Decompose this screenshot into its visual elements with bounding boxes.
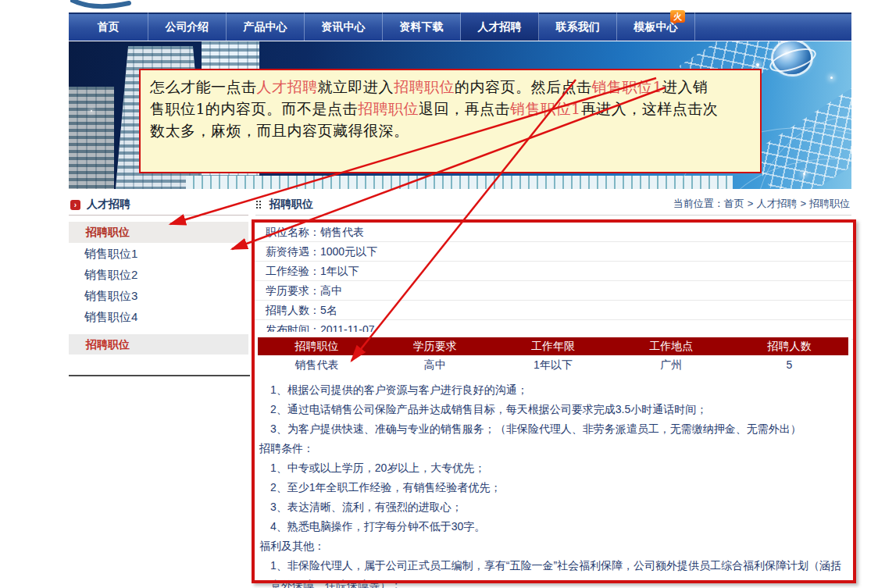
globe-icon <box>773 41 811 74</box>
annotation-text: 退回，再点击 <box>419 100 510 117</box>
description-line: 3、表达清晰、流利，有强烈的进取心； <box>258 497 845 517</box>
annotation-highlight: 招聘职位 <box>358 100 419 117</box>
annotation-text: 的内容页。然后点击 <box>455 78 592 95</box>
nav-item-首页[interactable]: 首页 <box>69 12 148 41</box>
table-header-cell: 学历要求 <box>376 337 494 355</box>
page: 首页公司介绍产品中心资讯中心资料下载人才招聘联系我们模板中心火 怎么才能一点击人… <box>0 0 878 588</box>
nav-item-联系我们[interactable]: 联系我们 <box>539 12 617 41</box>
sidebar-header: › 人才招聘 <box>70 195 130 214</box>
overlay-divider <box>69 375 250 376</box>
logo-swoosh-icon <box>70 0 141 11</box>
detail-row-招聘人数: 招聘人数：5名 <box>255 301 853 320</box>
annotation-text: 售职位1的内容页。而不是点击 <box>150 100 358 117</box>
annotation-text: 怎么才能一点击 <box>150 78 257 95</box>
dotted-arrow-icon <box>255 200 262 210</box>
table-header-cell: 工作地点 <box>612 337 730 355</box>
annotation-text: 数太多，麻烦，而且内容页藏得很深。 <box>150 122 409 139</box>
annotation-text: 进入销 <box>662 78 708 95</box>
sidebar-item-招聘职位[interactable]: 招聘职位 <box>69 222 248 243</box>
annotation-highlight: 招聘职位 <box>394 78 455 95</box>
table-header-cell: 招聘人数 <box>730 337 848 355</box>
sidebar-item-销售职位2[interactable]: 销售职位2 <box>69 264 248 285</box>
description-line: 2、至少1年全职工作经验，有销售经验者优先； <box>258 478 845 497</box>
annotation-text: 再进入，这样点击次 <box>581 100 719 117</box>
red-arrow-square-icon: › <box>70 200 80 210</box>
nav-item-资料下载[interactable]: 资料下载 <box>383 12 461 41</box>
breadcrumb-separator: > <box>800 198 806 209</box>
job-details: 职位名称：销售代表薪资待遇：1000元以下工作经验：1年以下学历要求：高中招聘人… <box>255 223 853 340</box>
sidebar-title: 人才招聘 <box>87 198 130 212</box>
annotation-text: 就立即进入 <box>318 78 394 95</box>
annotation-line: 售职位1的内容页。而不是点击招聘职位退回，再点击销售职位1再进入，这样点击次 <box>150 98 752 119</box>
description-line: 3、为客户提供快速、准确与专业的销售服务；（非保险代理人、非劳务派遣员工，无需缴… <box>258 419 845 439</box>
description-line: 4、熟悉电脑操作，打字每分钟不低于30字。 <box>258 517 845 536</box>
job-description: 1、根据公司提供的客户资源与客户进行良好的沟通；2、通过电话销售公司保险产品并达… <box>258 380 845 588</box>
detail-row-工作经验: 工作经验：1年以下 <box>255 262 853 281</box>
sidebar-item-销售职位3[interactable]: 销售职位3 <box>69 285 248 306</box>
breadcrumb-separator: > <box>748 198 754 209</box>
annotation-line: 数太多，麻烦，而且内容页藏得很深。 <box>150 119 752 141</box>
description-line: 招聘条件： <box>258 439 845 458</box>
detail-row-薪资待遇: 薪资待遇：1000元以下 <box>255 242 853 262</box>
hot-badge: 火 <box>670 10 685 23</box>
nav-item-人才招聘[interactable]: 人才招聘 <box>461 12 539 41</box>
table-cell: 销售代表 <box>258 355 376 375</box>
star-sparkle-icon <box>803 173 805 175</box>
annotation-highlight: 销售职位1 <box>510 100 581 117</box>
sidebar-menu: 招聘职位销售职位1销售职位2销售职位3销售职位4 <box>69 222 248 327</box>
annotation-line: 怎么才能一点击人才招聘就立即进入招聘职位的内容页。然后点击销售职位1进入销 <box>150 76 752 98</box>
top-navigation: 首页公司介绍产品中心资讯中心资料下载人才招聘联系我们模板中心火 <box>69 12 851 41</box>
sidebar-item-销售职位1[interactable]: 销售职位1 <box>69 243 248 264</box>
table-cell: 高中 <box>376 355 494 375</box>
job-table-rows: 销售代表高中1年以下广州5 <box>258 355 848 375</box>
annotation-highlight: 人才招聘 <box>257 78 318 95</box>
breadcrumb-link-首页[interactable]: 首页 <box>724 198 744 209</box>
detail-row-学历要求: 学历要求：高中 <box>255 281 853 301</box>
breadcrumb-link-人才招聘[interactable]: 人才招聘 <box>756 198 797 209</box>
content-header: 招聘职位 <box>255 195 313 214</box>
table-row[interactable]: 销售代表高中1年以下广州5 <box>258 355 848 375</box>
table-cell: 5 <box>730 355 848 375</box>
description-line: 1、非保险代理人，属于公司正式员工编制，享有“五险一金”社会福利保障，公司额外提… <box>258 556 845 588</box>
breadcrumb: 当前位置：首页>人才招聘>招聘职位 <box>601 197 850 211</box>
job-table: 招聘职位学历要求工作年限工作地点招聘人数 销售代表高中1年以下广州5 <box>258 337 848 375</box>
breadcrumb-label: 当前位置： <box>673 198 724 209</box>
description-line: 福利及其他： <box>258 536 845 556</box>
annotation-note-box: 怎么才能一点击人才招聘就立即进入招聘职位的内容页。然后点击销售职位1进入销售职位… <box>139 69 762 173</box>
table-header-cell: 招聘职位 <box>258 337 376 355</box>
nav-item-公司介绍[interactable]: 公司介绍 <box>148 12 227 41</box>
sidebar-item-recruit-positions[interactable]: 招聘职位 <box>69 334 248 355</box>
page-title: 招聘职位 <box>269 198 313 212</box>
banner-buildings-icon <box>186 176 733 189</box>
description-line: 2、通过电话销售公司保险产品并达成销售目标，每天根据公司要求完成3.5小时通话时… <box>258 400 845 419</box>
job-table-header: 招聘职位学历要求工作年限工作地点招聘人数 <box>258 337 848 355</box>
star-sparkle-icon <box>830 77 833 79</box>
sidebar-item-销售职位4[interactable]: 销售职位4 <box>69 306 248 327</box>
overlay-screenshot-fragment: 招聘职位 招聘职位学历要求工作年限工作地点招聘人数 销售代表高中1年以下广州5 <box>69 332 851 376</box>
table-cell: 1年以下 <box>494 355 612 375</box>
star-sparkle-icon <box>91 110 92 112</box>
description-line: 1、根据公司提供的客户资源与客户进行良好的沟通； <box>258 380 845 400</box>
table-cell: 广州 <box>612 355 730 375</box>
star-sparkle-icon <box>756 63 759 66</box>
nav-item-资讯中心[interactable]: 资讯中心 <box>305 12 383 41</box>
sidebar-header-divider <box>69 215 248 216</box>
breadcrumb-link-招聘职位[interactable]: 招聘职位 <box>809 198 850 209</box>
detail-row-职位名称: 职位名称：销售代表 <box>255 223 853 242</box>
content-header-divider <box>255 215 851 216</box>
banner-tower-icon <box>69 87 114 189</box>
nav-item-产品中心[interactable]: 产品中心 <box>227 12 305 41</box>
table-header-cell: 工作年限 <box>494 337 612 355</box>
description-line: 1、中专或以上学历，20岁以上，大专优先； <box>258 458 845 478</box>
annotation-highlight: 销售职位1 <box>592 78 663 95</box>
